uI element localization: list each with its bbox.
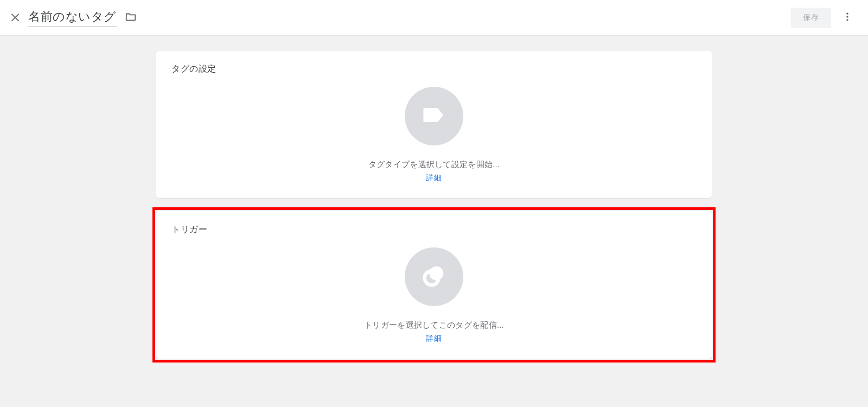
- trigger-body[interactable]: トリガーを選択してこのタグを配信... 詳細: [171, 247, 697, 344]
- tag-config-title: タグの設定: [171, 63, 697, 75]
- trigger-card[interactable]: トリガー トリガーを選択してこのタグを配信... 詳細: [156, 211, 712, 359]
- svg-point-0: [846, 12, 848, 14]
- svg-point-1: [846, 16, 848, 17]
- title-area: 名前のないタグ: [28, 9, 137, 27]
- trigger-icon: [420, 262, 448, 292]
- close-icon: [9, 11, 21, 25]
- tag-config-card[interactable]: タグの設定 タグタイプを選択して設定を開始... 詳細: [156, 50, 712, 199]
- header-bar: 名前のないタグ 保存: [0, 0, 868, 36]
- more-vertical-icon: [842, 11, 853, 24]
- tag-placeholder-icon: [405, 87, 463, 145]
- content-area: タグの設定 タグタイプを選択して設定を開始... 詳細 トリガー トリガーを選択…: [0, 36, 868, 363]
- tag-config-prompt: タグタイプを選択して設定を開始...: [368, 160, 500, 170]
- trigger-highlight: トリガー トリガーを選択してこのタグを配信... 詳細: [152, 207, 716, 363]
- folder-icon: [125, 11, 137, 25]
- tag-name-input[interactable]: 名前のないタグ: [28, 9, 117, 27]
- folder-button[interactable]: [124, 11, 137, 24]
- close-button[interactable]: [5, 8, 25, 28]
- trigger-prompt: トリガーを選択してこのタグを配信...: [364, 320, 504, 330]
- tag-config-detail-link[interactable]: 詳細: [426, 173, 442, 183]
- trigger-detail-link[interactable]: 詳細: [426, 334, 442, 344]
- svg-point-2: [846, 19, 848, 21]
- trigger-title: トリガー: [171, 224, 697, 236]
- more-menu-button[interactable]: [837, 7, 858, 29]
- tag-icon: [420, 101, 448, 131]
- save-button[interactable]: 保存: [791, 8, 831, 28]
- tag-config-body[interactable]: タグタイプを選択して設定を開始... 詳細: [171, 87, 697, 183]
- trigger-placeholder-icon: [405, 247, 463, 306]
